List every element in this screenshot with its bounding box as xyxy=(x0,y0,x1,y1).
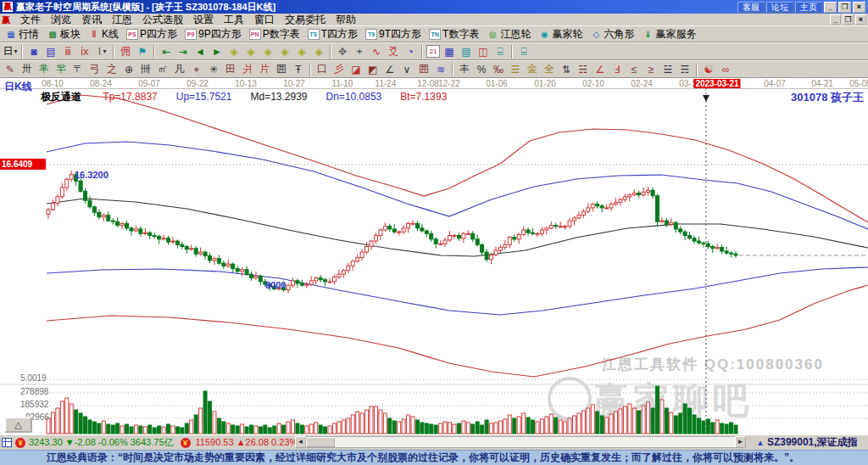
sh-index-quote[interactable]: 3243.30 ▼-2.08 -0.06% 3643.75亿 xyxy=(29,436,174,449)
fence-down-icon[interactable]: 羋 xyxy=(53,62,69,76)
doc-restore-button[interactable]: ❐ xyxy=(843,14,854,25)
nine-t-square-button[interactable]: T99T四方形 xyxy=(362,26,425,42)
gann-wheel-button[interactable]: ◎江恩轮 xyxy=(483,26,534,42)
fan-lines-icon[interactable]: 彡 xyxy=(331,62,347,76)
gann-grid-icon[interactable]: 田 xyxy=(223,62,238,76)
permille-icon[interactable]: ‰ xyxy=(491,62,506,76)
menu-8[interactable]: 窗口 xyxy=(249,14,280,25)
menu-7[interactable]: 工具 xyxy=(219,14,249,25)
save-icon[interactable]: ◫ xyxy=(476,44,491,59)
vee-line-icon[interactable]: ∨ xyxy=(399,62,415,76)
wave-lines-icon[interactable]: ≋ xyxy=(433,62,448,76)
workstation-icon[interactable]: ⌸ xyxy=(492,44,508,59)
tick-tool-icon[interactable]: Ŧ xyxy=(291,62,306,76)
fence-up-icon[interactable]: 芈 xyxy=(36,62,52,76)
net-grid-icon[interactable]: 囲 xyxy=(416,62,431,76)
expand-icon[interactable]: ◈ xyxy=(294,44,309,59)
star-lines-icon[interactable]: ✳ xyxy=(206,62,221,76)
hand-icon[interactable]: ✥ xyxy=(335,44,350,59)
calculator-icon[interactable]: ▦ xyxy=(442,44,457,59)
quotes-button[interactable]: ▦行情 xyxy=(2,26,42,42)
circle-cross-icon[interactable]: ⊕ xyxy=(121,62,136,76)
prev-bar-icon[interactable]: ◄ xyxy=(192,44,208,59)
calendar-icon[interactable]: 21 xyxy=(426,45,440,58)
percent-icon[interactable]: % xyxy=(474,62,489,76)
chart-area[interactable]: 江恩工具软件 QQ:100800360 赢家聊吧 08-1008-2409-07… xyxy=(0,78,868,434)
service-link[interactable]: 客服 xyxy=(737,2,765,13)
doc-minimize-button[interactable]: _ xyxy=(830,14,841,25)
quote-grid-icon[interactable] xyxy=(2,438,12,447)
first-bar-icon[interactable]: ⇤ xyxy=(159,44,174,59)
menu-9[interactable]: 交易委托 xyxy=(280,14,331,25)
split-left-icon[interactable]: 爿 xyxy=(240,62,255,76)
full-ratio-icon[interactable]: 全 xyxy=(542,62,557,76)
t-line-icon[interactable]: 〒 xyxy=(70,62,86,76)
candle-pattern-icon[interactable]: ⌇▾ xyxy=(94,44,109,59)
menu-2[interactable]: 浏览 xyxy=(46,14,76,25)
gann-tool-icon[interactable]: 爻 xyxy=(386,44,401,59)
t-number-table-button[interactable]: TNT数字表 xyxy=(426,26,482,42)
sh-index-icon[interactable]: ¥ xyxy=(15,438,25,448)
kline-chart-svg[interactable] xyxy=(0,78,868,434)
sectors-button[interactable]: ▩板块 xyxy=(43,26,84,42)
pane-toggle-button[interactable]: △ xyxy=(4,417,32,433)
grid-lines-icon[interactable]: 卅 xyxy=(19,62,35,76)
last-bar-icon[interactable]: ⇥ xyxy=(175,44,191,59)
close-button[interactable]: × xyxy=(853,2,865,13)
winner-service-button[interactable]: ⇓赢家服务 xyxy=(638,26,699,42)
menu-5[interactable]: 公式选股 xyxy=(137,14,188,25)
menu-4[interactable]: 江恩 xyxy=(107,14,137,25)
updown-icon[interactable]: ⇅ xyxy=(559,62,574,76)
fan-icon[interactable]: 凡 xyxy=(172,62,187,76)
scrollbar-thumb[interactable] xyxy=(306,437,335,447)
menu-1[interactable]: 文件 xyxy=(15,14,46,25)
compress-icon[interactable]: ◈ xyxy=(311,44,326,59)
angle-line-icon[interactable]: ∠ xyxy=(382,62,398,76)
arc-icon[interactable]: 弓 xyxy=(87,62,103,76)
trigram-icon[interactable]: ☵ xyxy=(576,62,591,76)
infinity-icon[interactable]: ∞ xyxy=(718,62,733,76)
kline-small-3-icon[interactable]: ⅲ xyxy=(60,44,75,59)
forum-link[interactable]: 论坛 xyxy=(766,2,793,13)
period-day-button[interactable]: 日▾ xyxy=(3,44,18,59)
wave-icon[interactable]: 之 xyxy=(104,62,120,76)
horizontal-scrollbar[interactable]: ◄ ► xyxy=(295,436,746,448)
shift-left-icon[interactable]: ◈ xyxy=(260,44,275,59)
sz-index-icon[interactable]: ¥ xyxy=(181,438,191,448)
flip-f-icon[interactable]: Ⅎ xyxy=(609,62,625,76)
lake-trigram-icon[interactable]: ☱ xyxy=(660,62,676,76)
hatch-icon[interactable]: 卌 xyxy=(138,62,153,76)
wind-trigram-icon[interactable]: ☴ xyxy=(677,62,693,76)
trend-angle-icon[interactable]: ∠ xyxy=(593,62,608,76)
gold-ratio-icon[interactable]: 金 xyxy=(525,62,540,76)
zoom-in-icon[interactable]: ◈ xyxy=(243,44,259,59)
yinyang-icon[interactable]: ☯ xyxy=(701,62,716,76)
winner-wheel-button[interactable]: ◉赢家轮 xyxy=(535,26,586,42)
menu-3[interactable]: 资讯 xyxy=(76,14,107,25)
restore-button[interactable]: ❐ xyxy=(838,2,851,13)
less-line-icon[interactable]: ≤ xyxy=(626,62,642,76)
time-cycle-icon[interactable]: ◔ xyxy=(403,44,418,59)
nine-p-square-button[interactable]: P99P四方形 xyxy=(181,26,245,42)
stamp-icon[interactable]: 佣 xyxy=(118,44,133,59)
next-bar-icon[interactable]: ► xyxy=(209,44,225,59)
crosshair-icon[interactable]: ＋ xyxy=(352,44,367,59)
fill-box2-icon[interactable]: ◩ xyxy=(365,62,381,76)
hexagon-button[interactable]: ◇六角形 xyxy=(587,26,637,42)
fill-box-icon[interactable]: ◪ xyxy=(348,62,364,76)
zigzag-icon[interactable]: ∿ xyxy=(369,44,384,59)
kline-small-9-icon[interactable]: ⅸ xyxy=(77,44,92,59)
scroll-right-button[interactable]: ► xyxy=(735,436,746,448)
menu-6[interactable]: 设置 xyxy=(188,14,219,25)
box-grid-icon[interactable]: 囲 xyxy=(274,62,289,76)
doc-close-button[interactable]: × xyxy=(855,14,866,25)
p-square-button[interactable]: PSP四方形 xyxy=(123,26,181,42)
pencil-icon[interactable]: ✎ xyxy=(3,62,18,76)
rect-tool-icon[interactable]: 口 xyxy=(314,62,330,76)
t-square-button[interactable]: TST四方形 xyxy=(304,26,361,42)
zoom-out-icon[interactable]: ◈ xyxy=(226,44,242,59)
menu-10[interactable]: 帮助 xyxy=(331,14,361,25)
split-right-icon[interactable]: 片 xyxy=(257,62,272,76)
remote-pc-icon[interactable]: ⌸ xyxy=(516,44,531,59)
square-meter-icon[interactable]: ㎡ xyxy=(155,62,170,76)
